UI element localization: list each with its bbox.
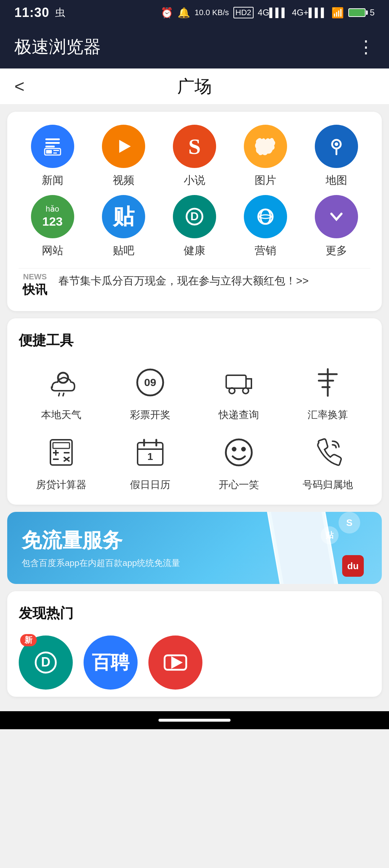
svg-point-9	[335, 142, 338, 146]
tool-label-exchange: 汇率换算	[308, 408, 348, 422]
more-menu-button[interactable]: ⋮	[357, 37, 375, 57]
app-title: 极速浏览器	[14, 35, 101, 58]
app-item-pic[interactable]: 图片	[232, 125, 299, 188]
app-icon-news	[31, 125, 74, 168]
app-item-map[interactable]: 地图	[303, 125, 370, 188]
status-icons: ⏰ 🔔 10.0 KB/s HD2 4G▌▌▌ 4G+▌▌▌ 📶 5	[161, 7, 375, 19]
app-label-marketing: 营销	[255, 243, 276, 258]
tools-card: 便捷工具 本地天气 09	[7, 318, 382, 505]
tool-icon-calculator	[41, 433, 81, 472]
app-label-map: 地图	[326, 173, 347, 188]
tool-label-smile: 开心一笑	[219, 478, 259, 492]
svg-point-33	[233, 448, 236, 451]
news-badge: NEWS 快讯	[19, 272, 51, 298]
tool-icon-phone	[308, 433, 348, 472]
discover-icon-video2	[148, 636, 202, 690]
svg-text:1: 1	[147, 451, 153, 462]
svg-rect-20	[53, 443, 70, 448]
tool-label-express: 快递查询	[219, 408, 259, 422]
back-button[interactable]: <	[14, 76, 24, 96]
home-bar	[158, 719, 231, 722]
app-item-video[interactable]: 视频	[90, 125, 157, 188]
tool-label-lottery: 彩票开奖	[130, 408, 170, 422]
tool-calculator[interactable]: 房贷计算器	[19, 433, 104, 492]
svg-rect-2	[45, 146, 55, 147]
banner-subtitle: 包含百度系app在内超百款app统统免流量	[22, 557, 180, 569]
tools-grid: 本地天气 09 彩票开奖	[19, 363, 370, 492]
app-label-video: 视频	[113, 173, 134, 188]
fourGplus-icon: 4G+▌▌▌	[292, 8, 327, 18]
app-item-health[interactable]: D 健康	[161, 195, 228, 258]
tool-lottery[interactable]: 09 彩票开奖	[108, 363, 193, 422]
svg-text:09: 09	[144, 376, 156, 388]
hd2-label: HD2	[233, 7, 254, 18]
app-item-marketing[interactable]: 营销	[232, 195, 299, 258]
status-signal: 虫	[55, 6, 65, 19]
express-icon	[223, 366, 255, 399]
discover-item-video2[interactable]	[148, 636, 202, 690]
app-item-novel[interactable]: S 小说	[161, 125, 228, 188]
app-item-tieba[interactable]: 贴 贴吧	[90, 195, 157, 258]
banner-text: 免流量服务 包含百度系app在内超百款app统统免流量	[22, 527, 180, 569]
banner-title: 免流量服务	[22, 527, 180, 554]
page-nav: < 广场	[0, 68, 389, 105]
phone-icon	[312, 436, 344, 469]
svg-rect-1	[45, 142, 60, 144]
svg-rect-0	[45, 138, 60, 140]
tool-label-calculator: 房贷计算器	[36, 478, 86, 492]
app-item-news[interactable]: 新闻	[19, 125, 86, 188]
app-grid-card: 新闻 视频 S 小说	[7, 112, 382, 311]
phone-screen	[270, 512, 335, 584]
app-label-site: 网站	[42, 243, 63, 258]
banner-phone-mockup: S 贴 du	[238, 512, 367, 584]
discover-item-health[interactable]: D 新	[19, 636, 73, 690]
alarm-icon: ⏰	[161, 7, 173, 19]
calculator-icon	[45, 436, 77, 469]
calendar-icon: 1	[134, 436, 166, 469]
tool-icon-weather	[41, 363, 81, 402]
news-badge-top: NEWS	[23, 272, 47, 282]
lottery-icon: 09	[134, 366, 166, 399]
discover-item-bapin[interactable]: 百聘	[84, 636, 138, 690]
main-content: 新闻 视频 S 小说	[0, 105, 389, 711]
new-badge: 新	[20, 634, 37, 646]
tool-exchange[interactable]: 汇率换算	[285, 363, 371, 422]
free-traffic-banner[interactable]: 免流量服务 包含百度系app在内超百款app统统免流量 S 贴 du	[7, 512, 382, 584]
battery-level: 5	[370, 8, 375, 18]
discover-card: 发现热门 D 新 百聘	[7, 591, 382, 697]
app-label-tieba: 贴吧	[113, 243, 134, 258]
tool-icon-lottery: 09	[130, 363, 170, 402]
tool-icon-express	[219, 363, 259, 402]
battery-icon	[348, 8, 366, 17]
phone-visual	[265, 512, 340, 584]
app-icon-pic	[244, 125, 287, 168]
app-icon-video	[102, 125, 145, 168]
svg-text:D: D	[41, 655, 50, 669]
app-icon-novel: S	[173, 125, 216, 168]
tool-express[interactable]: 快递查询	[196, 363, 282, 422]
tool-icon-smile	[219, 433, 259, 472]
svg-point-18	[243, 388, 249, 394]
tool-icon-exchange	[308, 363, 348, 402]
app-item-more[interactable]: 更多	[303, 195, 370, 258]
app-item-site[interactable]: hǎo 123 网站	[19, 195, 86, 258]
svg-rect-16	[226, 375, 246, 388]
discover-section-title: 发现热门	[19, 604, 370, 623]
app-label-news: 新闻	[42, 173, 63, 188]
wifi-icon: 📶	[331, 7, 344, 19]
tool-calendar[interactable]: 1 假日日历	[108, 433, 193, 492]
tool-weather[interactable]: 本地天气	[19, 363, 104, 422]
tool-phone[interactable]: 号码归属地	[285, 433, 371, 492]
svg-rect-4	[46, 150, 52, 154]
app-label-more: 更多	[326, 243, 347, 258]
fourG-icon: 4G▌▌▌	[258, 8, 288, 18]
news-ticker[interactable]: NEWS 快讯 春节集卡瓜分百万现金，现在参与立得大额红包！>>	[19, 268, 370, 298]
tool-smile[interactable]: 开心一笑	[196, 433, 282, 492]
status-time: 11:30	[14, 5, 49, 20]
svg-marker-38	[172, 658, 181, 667]
tool-label-calendar: 假日日历	[130, 478, 170, 492]
app-icon-site: hǎo 123	[31, 195, 74, 238]
tool-label-phone: 号码归属地	[303, 478, 353, 492]
discover-icon-bapin: 百聘	[84, 636, 138, 690]
app-icon-marketing	[244, 195, 287, 238]
